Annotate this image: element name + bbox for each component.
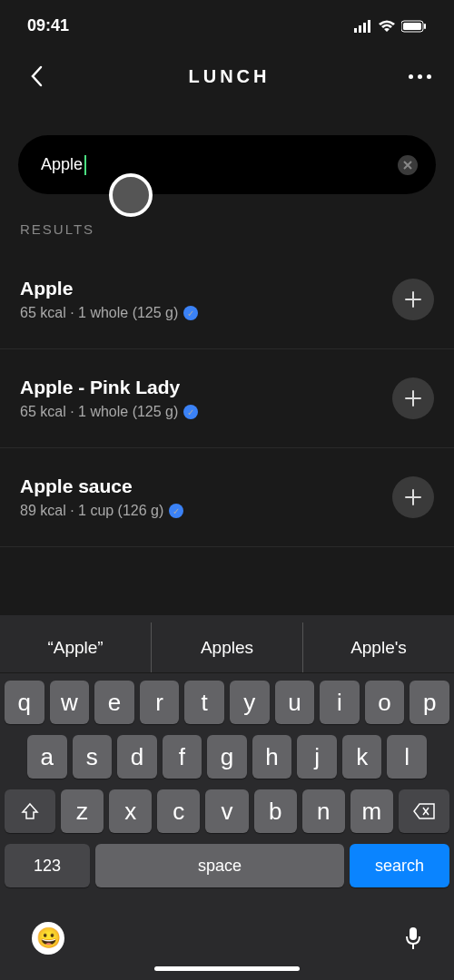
key-u[interactable]: u [275,681,315,724]
key-g[interactable]: g [207,735,247,779]
add-food-button[interactable] [392,279,434,320]
close-icon [403,161,412,170]
results-list: Apple 65 kcal · 1 whole (125 g) ✓ Apple … [0,250,454,547]
emoji-button[interactable]: 😀 [32,922,64,955]
plus-icon [404,389,422,407]
mic-button[interactable] [404,926,422,951]
result-details: 89 kcal · 1 cup (126 g) ✓ [20,503,183,519]
svg-rect-0 [354,28,357,33]
key-o[interactable]: o [365,681,405,724]
add-food-button[interactable] [392,377,434,419]
mic-icon [404,926,422,951]
svg-rect-5 [403,23,421,30]
key-v[interactable]: v [205,789,248,833]
home-indicator[interactable] [154,966,300,971]
key-j[interactable]: j [297,735,337,779]
result-details: 65 kcal · 1 whole (125 g) ✓ [20,305,198,321]
shift-key[interactable] [5,789,55,833]
svg-rect-1 [359,25,361,33]
result-info: Apple 65 kcal · 1 whole (125 g) ✓ [20,278,198,321]
svg-rect-2 [363,23,366,33]
numeric-key[interactable]: 123 [5,844,90,887]
backspace-key[interactable] [399,789,449,833]
result-name: Apple - Pink Lady [20,377,198,398]
key-row-3: z x c v b n m [5,789,449,833]
space-key[interactable]: space [95,844,344,887]
key-h[interactable]: h [252,735,292,779]
suggestion-item[interactable]: “Apple” [0,622,152,672]
key-row-2: a s d f g h j k l [5,735,449,779]
dot-icon [418,74,422,79]
result-item[interactable]: Apple 65 kcal · 1 whole (125 g) ✓ [0,250,454,349]
search-input[interactable]: Apple [18,135,436,194]
emoji-icon: 😀 [36,926,61,950]
status-icons [354,20,427,33]
verified-badge-icon: ✓ [169,504,183,518]
key-w[interactable]: w [50,681,90,724]
result-info: Apple sauce 89 kcal · 1 cup (126 g) ✓ [20,475,183,519]
key-m[interactable]: m [350,789,393,833]
backspace-icon [412,802,436,820]
header: LUNCH [0,44,454,108]
chevron-left-icon [30,65,43,87]
status-bar: 09:41 [0,0,454,44]
key-z[interactable]: z [61,789,104,833]
verified-badge-icon: ✓ [183,306,198,320]
result-item[interactable]: Apple - Pink Lady 65 kcal · 1 whole (125… [0,349,454,448]
search-value: Apple [41,155,83,174]
suggestion-item[interactable]: Apples [152,622,303,672]
add-food-button[interactable] [392,476,434,518]
search-key[interactable]: search [350,844,449,887]
key-d[interactable]: d [117,735,157,779]
shift-icon [20,801,40,821]
keyboard: “Apple” Apples Apple's q w e r t y u i o… [0,615,454,980]
plus-icon [404,488,422,506]
key-i[interactable]: i [320,681,360,724]
keyboard-suggestions: “Apple” Apples Apple's [0,622,454,673]
key-row-4: 123 space search [5,844,449,887]
wifi-icon [378,20,396,33]
key-x[interactable]: x [109,789,152,833]
dot-icon [409,74,413,79]
cellular-icon [354,20,372,33]
key-l[interactable]: l [387,735,427,779]
key-a[interactable]: a [27,735,67,779]
result-name: Apple sauce [20,475,183,497]
key-t[interactable]: t [184,681,224,724]
svg-rect-3 [368,20,370,33]
key-k[interactable]: k [342,735,382,779]
back-button[interactable] [23,63,50,90]
menu-button[interactable] [409,74,431,79]
key-row-1: q w e r t y u i o p [5,681,449,724]
key-b[interactable]: b [254,789,297,833]
plus-icon [404,290,422,309]
key-q[interactable]: q [5,681,44,724]
key-p[interactable]: p [410,681,449,724]
result-info: Apple - Pink Lady 65 kcal · 1 whole (125… [20,377,198,420]
result-name: Apple [20,278,198,299]
key-n[interactable]: n [302,789,345,833]
key-s[interactable]: s [73,735,113,779]
result-item[interactable]: Apple sauce 89 kcal · 1 cup (126 g) ✓ [0,448,454,547]
svg-rect-7 [410,927,417,940]
results-label: RESULTS [0,221,454,237]
key-e[interactable]: e [94,681,134,724]
result-details: 65 kcal · 1 whole (125 g) ✓ [20,404,198,420]
time-label: 09:41 [27,16,69,35]
key-y[interactable]: y [230,681,270,724]
key-rows: q w e r t y u i o p a s d f g h j k l z [0,673,454,907]
text-cursor [84,155,86,175]
key-r[interactable]: r [140,681,180,724]
svg-rect-6 [424,24,426,29]
clear-search-button[interactable] [398,155,418,175]
key-f[interactable]: f [163,735,202,779]
battery-icon [401,20,427,33]
touch-indicator [109,173,153,217]
verified-badge-icon: ✓ [183,405,198,419]
search-container: Apple [18,135,436,194]
page-title: LUNCH [189,66,271,87]
suggestion-item[interactable]: Apple's [303,622,454,672]
key-c[interactable]: c [157,789,200,833]
dot-icon [427,74,431,79]
